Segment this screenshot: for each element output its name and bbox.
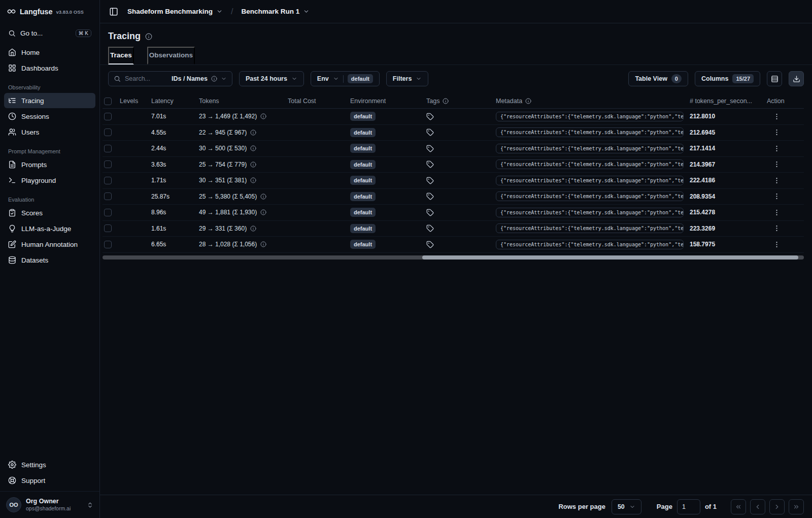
columns-button[interactable]: Columns 15/27 bbox=[695, 71, 760, 86]
user-email: ops@shadeform.ai bbox=[26, 505, 71, 512]
sidebar-item-sessions[interactable]: Sessions bbox=[4, 109, 95, 124]
sidebar-item-llm-as-a-judge[interactable]: LLM-as-a-Judge bbox=[4, 221, 95, 236]
next-page-button[interactable] bbox=[769, 499, 785, 514]
add-tag-button[interactable] bbox=[426, 241, 434, 248]
row-checkbox[interactable] bbox=[104, 177, 112, 184]
sidebar-item-datasets[interactable]: Datasets bbox=[4, 252, 95, 268]
add-tag-button[interactable] bbox=[426, 113, 434, 120]
table-row[interactable]: 7.01s 23 → 1,469 (Σ 1,492) default bbox=[103, 109, 804, 125]
sidebar-item-support[interactable]: Support bbox=[4, 473, 95, 488]
row-checkbox[interactable] bbox=[104, 209, 112, 216]
export-button[interactable] bbox=[789, 71, 804, 86]
row-checkbox[interactable] bbox=[104, 128, 112, 136]
checkbox-cell bbox=[103, 192, 120, 200]
metadata-value[interactable]: {"resourceAttributes":{"telemetry.sdk.la… bbox=[496, 112, 684, 121]
section-evaluation: Evaluation bbox=[0, 188, 99, 205]
page-number-input[interactable] bbox=[677, 499, 700, 514]
add-tag-button[interactable] bbox=[426, 145, 434, 152]
row-actions-button[interactable] bbox=[770, 159, 784, 169]
table-row[interactable]: 1.71s 30 → 351 (Σ 381) default {"re bbox=[103, 173, 804, 189]
metadata-value[interactable]: {"resourceAttributes":{"telemetry.sdk.la… bbox=[496, 191, 684, 201]
table-row[interactable]: 25.87s 25 → 5,380 (Σ 5,405) default bbox=[103, 189, 804, 205]
row-checkbox[interactable] bbox=[104, 192, 112, 200]
tab-observations[interactable]: Observations bbox=[147, 47, 195, 64]
row-checkbox[interactable] bbox=[104, 224, 112, 232]
sidebar-toggle-button[interactable] bbox=[108, 6, 119, 17]
user-menu[interactable]: OO Org Owner ops@shadeform.ai bbox=[0, 491, 99, 518]
metadata-value[interactable]: {"resourceAttributes":{"telemetry.sdk.la… bbox=[496, 208, 684, 217]
info-icon bbox=[250, 225, 256, 232]
cell-tokens-per-second: 212.8010 bbox=[690, 113, 767, 120]
last-page-button[interactable] bbox=[789, 499, 804, 514]
sidebar-item-users[interactable]: Users bbox=[4, 124, 95, 140]
tag-icon bbox=[426, 241, 434, 248]
add-tag-button[interactable] bbox=[426, 128, 434, 136]
sidebar-item-scores[interactable]: Scores bbox=[4, 205, 95, 220]
scrollbar-thumb[interactable] bbox=[422, 255, 798, 260]
row-height-button[interactable] bbox=[767, 71, 782, 86]
row-checkbox[interactable] bbox=[104, 113, 112, 120]
row-checkbox[interactable] bbox=[104, 145, 112, 152]
select-all-checkbox[interactable] bbox=[104, 98, 112, 105]
sidebar-item-home[interactable]: Home bbox=[4, 45, 95, 60]
time-range-dropdown[interactable]: Past 24 hours bbox=[239, 71, 304, 86]
add-tag-button[interactable] bbox=[426, 192, 434, 200]
add-tag-button[interactable] bbox=[426, 177, 434, 184]
row-actions-button[interactable] bbox=[770, 127, 784, 137]
search-mode-dropdown[interactable]: IDs / Names bbox=[172, 75, 227, 82]
metadata-value[interactable]: {"resourceAttributes":{"telemetry.sdk.la… bbox=[496, 144, 684, 153]
sidebar-item-settings[interactable]: Settings bbox=[4, 457, 95, 472]
sidebar-item-human-annotation[interactable]: Human Annotation bbox=[4, 237, 95, 252]
table-row[interactable]: 6.65s 28 → 1,028 (Σ 1,056) default bbox=[103, 237, 804, 253]
row-actions-button[interactable] bbox=[770, 144, 784, 153]
terminal-icon bbox=[8, 176, 16, 184]
env-value-badge: default bbox=[348, 74, 373, 83]
metadata-value[interactable]: {"resourceAttributes":{"telemetry.sdk.la… bbox=[496, 159, 684, 169]
metadata-value[interactable]: {"resourceAttributes":{"telemetry.sdk.la… bbox=[496, 176, 684, 185]
cell-tokens: 25 → 754 (Σ 779) bbox=[199, 161, 288, 168]
first-page-button[interactable] bbox=[731, 499, 746, 514]
add-tag-button[interactable] bbox=[426, 209, 434, 216]
metadata-value[interactable]: {"resourceAttributes":{"telemetry.sdk.la… bbox=[496, 240, 684, 249]
env-dropdown[interactable]: Env default bbox=[311, 71, 380, 86]
environment-badge: default bbox=[350, 192, 376, 201]
tokens-value: 25 → 754 (Σ 779) bbox=[199, 161, 247, 168]
table-row[interactable]: 1.61s 29 → 331 (Σ 360) default {"re bbox=[103, 221, 804, 237]
sidebar-item-tracing[interactable]: Tracing bbox=[4, 93, 95, 108]
sidebar-item-dashboards[interactable]: Dashboards bbox=[4, 60, 95, 76]
row-checkbox[interactable] bbox=[104, 241, 112, 248]
row-actions-button[interactable] bbox=[770, 191, 784, 201]
row-actions-button[interactable] bbox=[770, 112, 784, 121]
table-row[interactable]: 4.55s 22 → 945 (Σ 967) default {"re bbox=[103, 125, 804, 141]
tab-traces[interactable]: Traces bbox=[108, 47, 134, 64]
row-actions-button[interactable] bbox=[770, 176, 784, 185]
metadata-value[interactable]: {"resourceAttributes":{"telemetry.sdk.la… bbox=[496, 223, 684, 233]
cell-tokens: 25 → 5,380 (Σ 5,405) bbox=[199, 193, 288, 200]
add-tag-button[interactable] bbox=[426, 160, 434, 168]
horizontal-scrollbar[interactable] bbox=[103, 255, 804, 260]
table-row[interactable]: 8.96s 49 → 1,881 (Σ 1,930) default bbox=[103, 205, 804, 221]
project-selector[interactable]: Benchmark Run 1 bbox=[242, 8, 310, 15]
metadata-value[interactable]: {"resourceAttributes":{"telemetry.sdk.la… bbox=[496, 127, 684, 137]
row-actions-button[interactable] bbox=[770, 223, 784, 233]
table-row[interactable]: 3.63s 25 → 754 (Σ 779) default {"re bbox=[103, 157, 804, 173]
search-input[interactable] bbox=[125, 75, 167, 82]
panel-left-icon bbox=[109, 7, 118, 16]
sidebar-item-playground[interactable]: Playground bbox=[4, 173, 95, 188]
rows-icon bbox=[771, 75, 779, 83]
cell-action bbox=[767, 144, 804, 153]
page-head: Tracing bbox=[100, 23, 812, 44]
row-actions-button[interactable] bbox=[770, 208, 784, 217]
sidebar-item-prompts[interactable]: Prompts bbox=[4, 157, 95, 172]
previous-page-button[interactable] bbox=[750, 499, 765, 514]
table-view-button[interactable]: Table View 0 bbox=[628, 71, 688, 86]
filters-dropdown[interactable]: Filters bbox=[386, 71, 429, 86]
row-checkbox[interactable] bbox=[104, 160, 112, 168]
org-selector[interactable]: Shadeform Benchmarking bbox=[127, 8, 223, 15]
rows-per-page-select[interactable]: 50 bbox=[612, 499, 641, 514]
add-tag-button[interactable] bbox=[426, 224, 434, 232]
chevron-down-icon bbox=[629, 504, 635, 510]
row-actions-button[interactable] bbox=[770, 240, 784, 249]
table-row[interactable]: 2.44s 30 → 500 (Σ 530) default {"re bbox=[103, 141, 804, 157]
goto-button[interactable]: Go to... ⌘ K bbox=[4, 26, 95, 40]
